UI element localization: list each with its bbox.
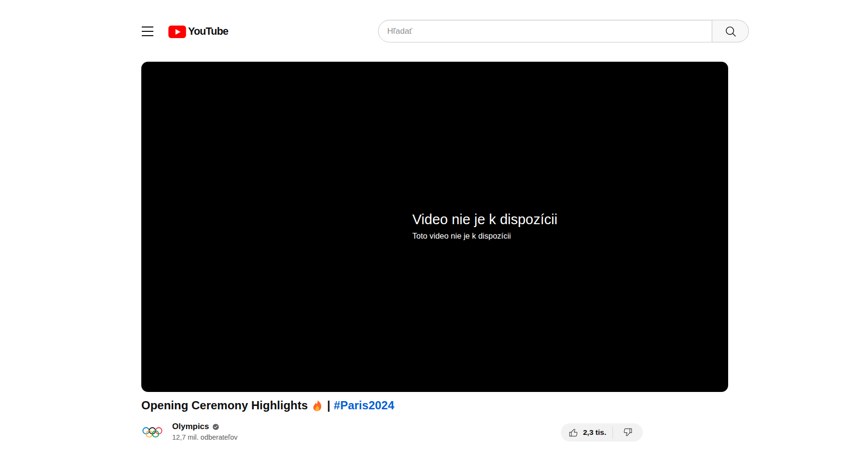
- search-bar: [378, 20, 749, 42]
- video-player[interactable]: Video nie je k dispozícii Toto video nie…: [141, 62, 728, 392]
- player-error-message: Video nie je k dispozícii Toto video nie…: [412, 211, 557, 241]
- like-count: 2,3 tis.: [583, 428, 606, 437]
- hamburger-icon: [142, 27, 153, 36]
- thumb-up-icon: [568, 427, 579, 438]
- search-button[interactable]: [712, 20, 749, 42]
- like-button[interactable]: 2,3 tis.: [561, 423, 612, 442]
- channel-avatar[interactable]: [142, 422, 163, 443]
- channel-name[interactable]: Olympics: [172, 422, 209, 431]
- youtube-play-icon: [168, 26, 186, 38]
- video-title-text: Opening Ceremony Highlights: [141, 399, 308, 412]
- verified-badge-icon: [212, 423, 219, 431]
- player-error-subtitle: Toto video nie je k dispozícii: [412, 231, 557, 241]
- video-title-separator: |: [327, 399, 330, 412]
- youtube-wordmark: YouTube: [188, 27, 228, 37]
- olympic-rings-icon: [142, 427, 163, 438]
- youtube-logo[interactable]: YouTube: [168, 25, 228, 38]
- thumb-down-icon: [623, 427, 633, 438]
- search-icon: [724, 25, 737, 38]
- dislike-button[interactable]: [613, 423, 643, 442]
- player-error-title: Video nie je k dispozícii: [412, 211, 557, 228]
- fire-emoji-icon: [312, 400, 323, 411]
- menu-button[interactable]: [142, 27, 153, 36]
- youtube-watch-page: YouTube Video nie je k dispozícii Toto v…: [0, 0, 868, 458]
- video-title: Opening Ceremony Highlights | #Paris2024: [141, 399, 394, 412]
- hashtag-link[interactable]: #Paris2024: [334, 399, 394, 412]
- subscriber-count: 12,7 mil. odberateľov: [172, 433, 238, 441]
- like-dislike-pill: 2,3 tis.: [561, 423, 643, 442]
- search-input[interactable]: [378, 20, 712, 42]
